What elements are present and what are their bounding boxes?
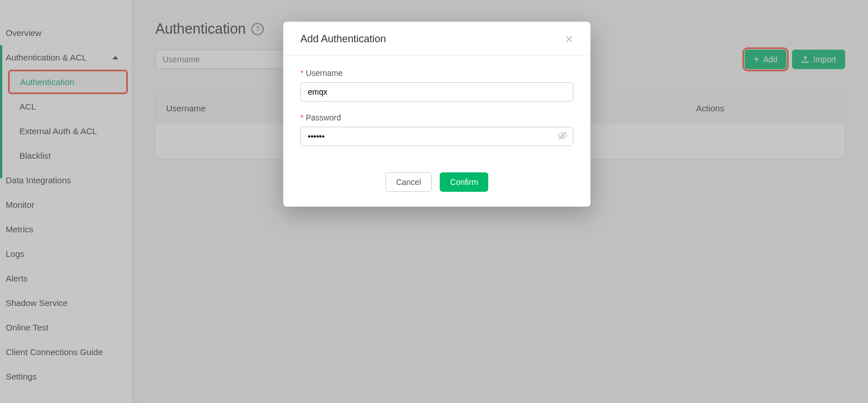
- close-button[interactable]: ✕: [565, 34, 573, 45]
- username-label: *Username: [300, 68, 573, 78]
- close-icon: ✕: [565, 34, 573, 45]
- password-row: *Password: [300, 113, 573, 146]
- modal-body: *Username *Password: [283, 56, 590, 163]
- confirm-button[interactable]: Confirm: [440, 172, 488, 192]
- required-mark: *: [300, 68, 303, 78]
- password-label: *Password: [300, 113, 573, 122]
- modal-footer: Cancel Confirm: [283, 163, 590, 207]
- modal-header: Add Authentication ✕: [283, 22, 590, 56]
- eye-icon[interactable]: [557, 131, 568, 143]
- cancel-button[interactable]: Cancel: [385, 172, 432, 192]
- required-mark: *: [300, 113, 303, 122]
- username-row: *Username: [300, 68, 573, 102]
- modal-title: Add Authentication: [300, 33, 386, 45]
- add-auth-modal: Add Authentication ✕ *Username *Password…: [283, 22, 590, 207]
- password-wrapper: [300, 127, 573, 146]
- password-field[interactable]: [300, 127, 573, 146]
- username-field[interactable]: [300, 82, 573, 102]
